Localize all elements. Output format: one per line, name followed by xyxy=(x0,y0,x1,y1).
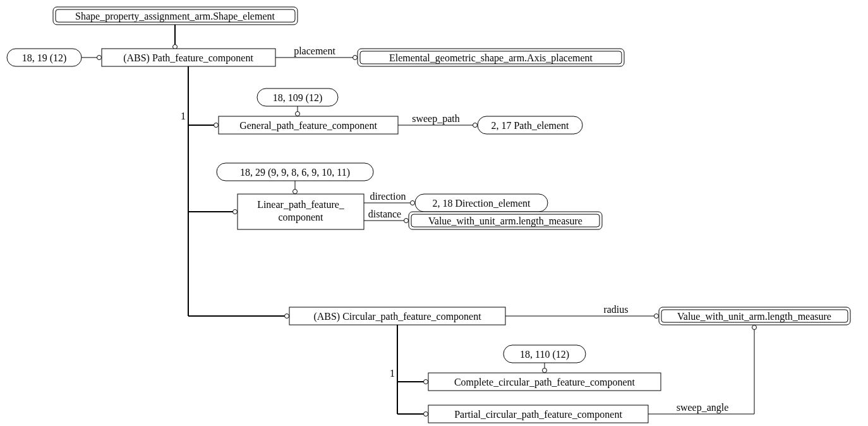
node-partial-circ-label: Partial_circular_path_feature_component xyxy=(454,409,622,420)
svg-point-9 xyxy=(353,56,358,60)
edge-distance-label: distance xyxy=(368,209,401,219)
edge-one-a: 1 xyxy=(181,111,186,121)
node-path-element: 2, 17 Path_element xyxy=(478,116,582,134)
node-partial-circ: Partial_circular_path_feature_component xyxy=(428,405,648,423)
svg-point-3 xyxy=(173,45,178,49)
edge-direction-label: direction xyxy=(370,191,406,202)
svg-point-14 xyxy=(214,123,219,128)
node-ref-general-label: 18, 109 (12) xyxy=(273,92,323,104)
svg-point-16 xyxy=(233,210,238,214)
node-path-element-label: 2, 17 Path_element xyxy=(491,120,569,131)
node-axis-placement-label: Elemental_geometric_shape_arm.Axis_place… xyxy=(389,52,593,64)
edge-placement-label: placement xyxy=(294,46,335,57)
svg-point-28 xyxy=(293,190,298,194)
edge-radius-label: radius xyxy=(603,304,628,315)
node-direction-element-label: 2, 18 Direction_element xyxy=(432,198,531,209)
node-length-measure-2-label: Value_with_unit_arm.length_measure xyxy=(677,311,831,322)
svg-point-24 xyxy=(473,123,478,128)
node-length-measure-2: Value_with_unit_arm.length_measure xyxy=(659,307,850,325)
node-linear-pfc-label1: Linear_path_feature_ xyxy=(257,199,345,210)
edge-sweep-path-label: sweep_path xyxy=(412,113,460,125)
node-ref-complete: 18, 110 (12) xyxy=(503,345,586,363)
node-general-pfc-label: General_path_feature_component xyxy=(239,120,377,131)
node-length-measure-1: Value_with_unit_arm.length_measure xyxy=(409,212,602,229)
node-linear-pfc-label2: component xyxy=(278,212,323,223)
node-shape-element: Shape_property_assignment_arm.Shape_elem… xyxy=(53,7,298,25)
node-complete-circ: Complete_circular_path_feature_component xyxy=(428,373,661,391)
edge-sweep-angle-label: sweep_angle xyxy=(677,402,729,413)
svg-point-31 xyxy=(411,201,415,205)
node-ref-complete-label: 18, 110 (12) xyxy=(520,349,569,360)
svg-point-7 xyxy=(97,56,102,60)
node-ref-linear-label: 18, 29 (9, 9, 8, 6, 9, 10, 11) xyxy=(240,167,350,178)
node-general-pfc: General_path_feature_component xyxy=(219,116,398,134)
express-g-diagram: Shape_property_assignment_arm.Shape_elem… xyxy=(0,0,868,426)
edge-one-b: 1 xyxy=(390,368,395,379)
svg-point-18 xyxy=(285,314,289,319)
node-length-measure-1-label: Value_with_unit_arm.length_measure xyxy=(428,216,582,227)
node-direction-element: 2, 18 Direction_element xyxy=(415,194,548,212)
node-complete-circ-label: Complete_circular_path_feature_component xyxy=(454,377,636,388)
node-ref-linear: 18, 29 (9, 9, 8, 6, 9, 10, 11) xyxy=(217,163,373,181)
svg-point-49 xyxy=(543,368,547,373)
svg-point-34 xyxy=(404,219,409,223)
node-axis-placement: Elemental_geometric_shape_arm.Axis_place… xyxy=(358,49,624,66)
node-shape-element-label: Shape_property_assignment_arm.Shape_elem… xyxy=(75,11,275,22)
node-linear-pfc: Linear_path_feature_ component xyxy=(238,194,364,229)
node-ref-pfc: 18, 19 (12) xyxy=(7,49,81,66)
svg-point-44 xyxy=(424,380,428,384)
node-ref-pfc-label: 18, 19 (12) xyxy=(22,52,67,64)
svg-point-46 xyxy=(424,412,428,417)
node-path-feature-component: (ABS) Path_feature_component xyxy=(102,49,275,66)
svg-point-39 xyxy=(654,314,659,319)
svg-point-21 xyxy=(296,112,300,116)
node-pfc-label: (ABS) Path_feature_component xyxy=(123,52,253,64)
node-circular-pfc-label: (ABS) Circular_path_feature_component xyxy=(313,311,481,322)
node-circular-pfc: (ABS) Circular_path_feature_component xyxy=(289,307,505,325)
svg-point-54 xyxy=(752,326,757,330)
node-ref-general: 18, 109 (12) xyxy=(257,88,338,106)
